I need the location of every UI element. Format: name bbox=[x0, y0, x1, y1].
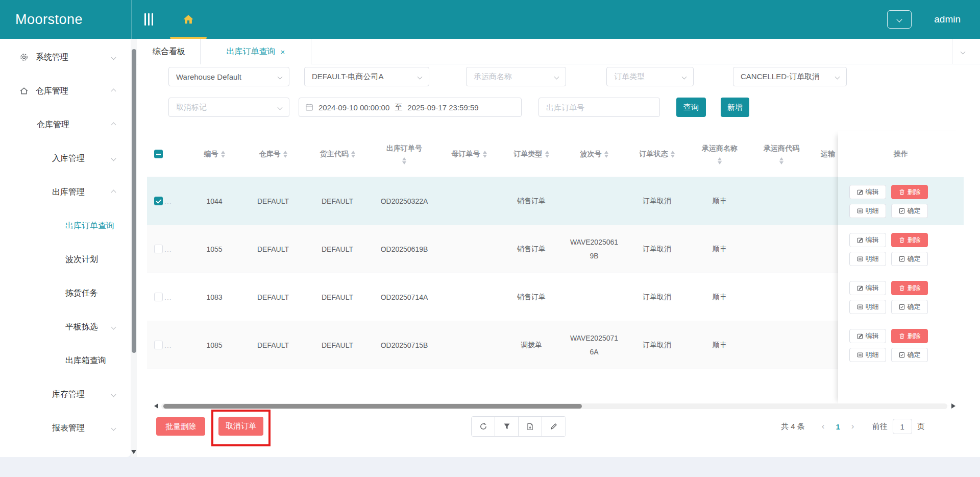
column-header-owner-code[interactable]: 货主代码 bbox=[305, 131, 370, 177]
edit-button[interactable]: 编辑 bbox=[849, 185, 886, 199]
order-no-input[interactable] bbox=[546, 103, 652, 112]
filter-button[interactable] bbox=[495, 417, 519, 436]
delete-button[interactable]: 删除 bbox=[891, 329, 928, 343]
sort-carets-icon[interactable] bbox=[671, 151, 675, 158]
sidebar-item-inbound-mgmt[interactable]: 入库管理 bbox=[0, 148, 131, 169]
order-type-select[interactable]: 订单类型 bbox=[606, 67, 694, 86]
cancel-flag-select[interactable]: 取消标记 bbox=[168, 98, 289, 117]
sidebar-item-outbound-order-query[interactable]: 出库订单查询 bbox=[0, 216, 131, 236]
column-header-warehouse[interactable]: 仓库号 bbox=[241, 131, 305, 177]
table-row[interactable]: ... 1044 DEFAULT DEFAULT OD20250322A 销售订… bbox=[147, 177, 843, 225]
sidebar-item-tablet-picking[interactable]: 平板拣选 bbox=[0, 317, 131, 337]
sort-carets-icon[interactable] bbox=[483, 151, 487, 158]
chevron-up-icon bbox=[111, 122, 116, 127]
column-header-num[interactable]: 编号 bbox=[188, 131, 241, 177]
edit-button[interactable]: 编辑 bbox=[849, 281, 886, 295]
tab-dashboard[interactable]: 综合看板 bbox=[138, 39, 201, 64]
row-checkbox[interactable] bbox=[154, 341, 163, 349]
carrier-select[interactable]: 承运商名称 bbox=[466, 67, 566, 86]
home-icon[interactable] bbox=[170, 0, 207, 39]
sidebar-item-outbound-box-query[interactable]: 出库箱查询 bbox=[0, 350, 131, 371]
order-status-select[interactable]: CANCELLED-订单取消 bbox=[733, 67, 847, 86]
row-checkbox[interactable] bbox=[154, 293, 163, 301]
sidebar-item-import-mgmt[interactable]: 导入管理 bbox=[0, 451, 131, 457]
detail-button[interactable]: 明细 bbox=[849, 204, 886, 218]
date-end[interactable]: 2025-09-17 23:59:59 bbox=[407, 103, 478, 112]
scroll-down-arrow-icon[interactable] bbox=[131, 450, 136, 454]
trash-icon bbox=[899, 285, 905, 291]
tabbar-collapse-button[interactable] bbox=[952, 39, 973, 64]
confirm-button[interactable]: 确定 bbox=[891, 204, 928, 218]
table-row[interactable]: ... 1055 DEFAULT DEFAULT OD20250619B 销售订… bbox=[147, 225, 843, 273]
warehouse-select[interactable]: Warehouse Default bbox=[168, 67, 289, 86]
date-start[interactable]: 2024-09-10 00:00:00 bbox=[318, 103, 389, 112]
date-range-picker[interactable]: 2024-09-10 00:00:00 至 2025-09-17 23:59:5… bbox=[299, 98, 522, 117]
column-header-wave-no[interactable]: 波次号 bbox=[564, 131, 625, 177]
refresh-button[interactable] bbox=[472, 417, 495, 436]
sort-carets-icon[interactable] bbox=[402, 157, 406, 164]
detail-button[interactable]: 明细 bbox=[849, 348, 886, 362]
sort-carets-icon[interactable] bbox=[221, 151, 225, 158]
scrollbar-thumb[interactable] bbox=[163, 404, 582, 409]
detail-button[interactable]: 明细 bbox=[849, 300, 886, 314]
sidebar-item-picking-task[interactable]: 拣货任务 bbox=[0, 283, 131, 303]
sidebar-collapse-icon[interactable] bbox=[144, 13, 153, 26]
sidebar-item-warehouse-mgmt-sub[interactable]: 仓库管理 bbox=[0, 114, 131, 135]
edit-button[interactable]: 编辑 bbox=[849, 233, 886, 247]
select-all-checkbox[interactable] bbox=[154, 150, 163, 158]
edit-columns-button[interactable] bbox=[542, 417, 566, 436]
delete-button[interactable]: 删除 bbox=[891, 281, 928, 295]
column-header-parent-order[interactable]: 母订单号 bbox=[439, 131, 499, 177]
owner-select[interactable]: DEFAULT-电商公司A bbox=[304, 67, 429, 86]
sidebar-item-label: 仓库管理 bbox=[36, 86, 68, 97]
sort-carets-icon[interactable] bbox=[351, 151, 355, 158]
row-checkbox[interactable] bbox=[154, 245, 163, 253]
sort-carets-icon[interactable] bbox=[779, 157, 783, 164]
sidebar-item-outbound-mgmt[interactable]: 出库管理 bbox=[0, 182, 131, 202]
scrollbar-track[interactable] bbox=[161, 403, 947, 409]
sidebar-item-report-mgmt[interactable]: 报表管理 bbox=[0, 418, 131, 438]
horizontal-scrollbar[interactable] bbox=[137, 403, 980, 410]
add-button[interactable]: 新增 bbox=[721, 98, 749, 117]
confirm-button[interactable]: 确定 bbox=[891, 252, 928, 266]
next-page-button[interactable]: › bbox=[846, 421, 860, 432]
confirm-button[interactable]: 确定 bbox=[891, 348, 928, 362]
chevron-down-icon bbox=[682, 74, 687, 79]
page-number[interactable]: 1 bbox=[830, 422, 846, 431]
edit-button[interactable]: 编辑 bbox=[849, 329, 886, 343]
close-icon[interactable]: × bbox=[281, 47, 285, 56]
column-header-carrier-name[interactable]: 承运商名称 bbox=[689, 131, 750, 177]
sidebar-item-system-mgmt[interactable]: 系统管理 bbox=[0, 47, 131, 67]
row-checkbox[interactable] bbox=[154, 197, 163, 205]
table-row[interactable]: ... 1085 DEFAULT DEFAULT OD20250715B 调拨单… bbox=[147, 321, 843, 369]
sidebar-item-inventory-mgmt[interactable]: 库存管理 bbox=[0, 384, 131, 404]
detail-button[interactable]: 明细 bbox=[849, 252, 886, 266]
prev-page-button[interactable]: ‹ bbox=[816, 421, 830, 432]
sidebar-item-warehouse-mgmt[interactable]: 仓库管理 bbox=[0, 81, 131, 101]
goto-page-input[interactable] bbox=[893, 419, 912, 434]
cancel-order-button[interactable]: 取消订单 bbox=[218, 417, 263, 436]
sort-carets-icon[interactable] bbox=[545, 151, 549, 158]
scroll-right-arrow-icon[interactable] bbox=[951, 403, 955, 409]
logo-area: Moorstone bbox=[0, 0, 132, 39]
delete-button[interactable]: 删除 bbox=[891, 185, 928, 199]
column-header-order-type[interactable]: 订单类型 bbox=[499, 131, 564, 177]
sort-carets-icon[interactable] bbox=[718, 157, 722, 164]
search-button[interactable]: 查询 bbox=[676, 98, 706, 117]
tab-outbound-order-query[interactable]: 出库订单查询 × bbox=[201, 39, 311, 64]
batch-delete-button[interactable]: 批量删除 bbox=[156, 417, 205, 436]
sort-carets-icon[interactable] bbox=[283, 151, 287, 158]
confirm-button[interactable]: 确定 bbox=[891, 300, 928, 314]
column-header-carrier-code[interactable]: 承运商代码 bbox=[750, 131, 813, 177]
column-header-order-status[interactable]: 订单状态 bbox=[625, 131, 689, 177]
header-dropdown-button[interactable] bbox=[887, 10, 912, 29]
scroll-left-arrow-icon[interactable] bbox=[154, 403, 158, 409]
column-header-order-no[interactable]: 出库订单号 bbox=[370, 131, 439, 177]
scrollbar-thumb[interactable] bbox=[132, 49, 136, 353]
delete-button[interactable]: 删除 bbox=[891, 233, 928, 247]
user-menu[interactable]: admin bbox=[934, 0, 961, 39]
export-button[interactable] bbox=[519, 417, 542, 436]
sidebar-item-wave-plan[interactable]: 波次计划 bbox=[0, 249, 131, 270]
table-row[interactable]: ... 1083 DEFAULT DEFAULT OD20250714A 销售订… bbox=[147, 273, 843, 321]
sort-carets-icon[interactable] bbox=[604, 151, 608, 158]
